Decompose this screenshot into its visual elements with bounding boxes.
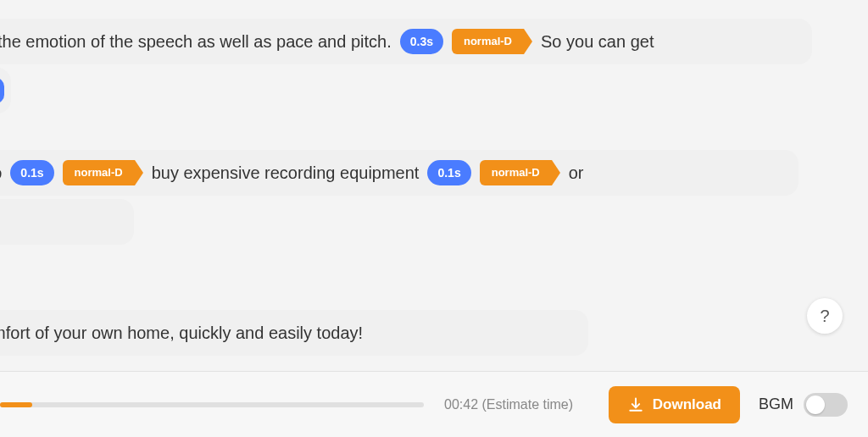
pause-pill[interactable] xyxy=(0,78,4,103)
style-tag[interactable]: normal-D xyxy=(480,160,552,185)
script-line-continuation[interactable]: n agency. 0.3s xyxy=(0,199,134,245)
download-label: Download xyxy=(653,396,721,413)
pause-pill[interactable]: 0.1s xyxy=(10,160,53,185)
style-tag[interactable]: normal-D xyxy=(63,160,135,185)
pause-pill[interactable]: 0.1s xyxy=(427,160,470,185)
download-button[interactable]: Download xyxy=(609,386,740,423)
script-text: So you can get xyxy=(541,28,654,55)
progress-track[interactable] xyxy=(0,402,424,407)
help-button[interactable]: ? xyxy=(807,298,843,334)
script-text: need to rent a studio xyxy=(0,159,2,186)
script-line-continuation[interactable] xyxy=(0,68,11,113)
estimate-time: 00:42 (Estimate time) xyxy=(444,397,573,412)
script-line[interactable]: ou to adjust the emotion of the speech a… xyxy=(0,19,812,64)
script-line[interactable]: need to rent a studio 0.1s normal-D buy … xyxy=(0,150,798,196)
toggle-knob xyxy=(806,396,825,414)
progress-fill xyxy=(0,402,32,407)
script-text: iceover from the comfort of your own hom… xyxy=(0,319,363,346)
script-line[interactable]: iceover from the comfort of your own hom… xyxy=(0,310,588,356)
help-icon: ? xyxy=(820,307,829,326)
script-text: ou to adjust the emotion of the speech a… xyxy=(0,28,392,55)
pause-pill[interactable]: 0.3s xyxy=(400,29,443,54)
bgm-label: BGM xyxy=(759,396,793,413)
bgm-toggle[interactable] xyxy=(804,393,848,417)
download-icon xyxy=(627,396,644,413)
player-bar: 00:42 (Estimate time) Download BGM xyxy=(0,371,868,437)
script-text: or xyxy=(569,159,584,186)
script-text: buy expensive recording equipment xyxy=(152,159,420,186)
style-tag[interactable]: normal-D xyxy=(452,29,524,54)
